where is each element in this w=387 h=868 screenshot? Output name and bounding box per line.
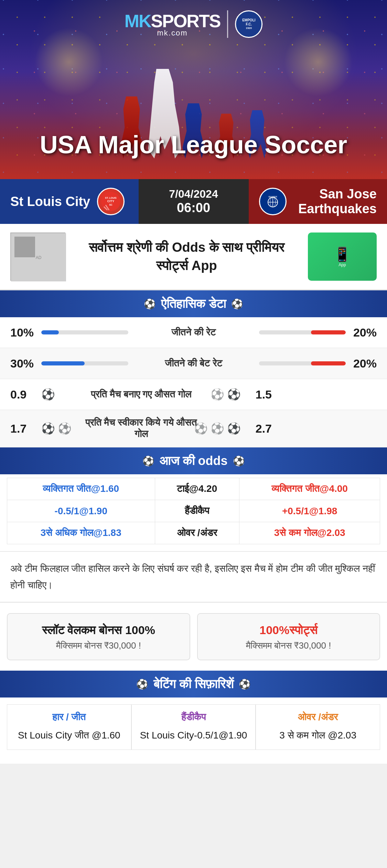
stat-left-value-3: 0.9 [10,388,41,401]
reco-card-handicap[interactable]: हैंडीकैप St Louis City-0.5/1@1.90 [131,704,256,750]
bonus-sports-title-text: 100%स्पोर्ट्स [259,623,318,637]
stat-row-bet-rate: 30% जीतने की बेट रेट 20% [0,348,387,379]
bonus-slots-subtitle: मैक्सिमम बोनस ₹30,000 ! [14,640,183,651]
stat-label-1: जीतने की रेट [135,327,252,338]
historical-data-section: ⚽ ऐतिहासिक डेटा ⚽ 10% जीतने की रेट 20% 3… [0,290,387,447]
ball-blue-3: ⚽ [58,422,72,435]
ball-icon-odds-right: ⚽ [233,455,245,467]
promo-placeholder-svg: AD [11,233,66,281]
odds-over[interactable]: 3से अधिक गोल@1.83 [7,522,155,544]
ball-blue-2: ⚽ [41,422,55,435]
svg-text:SC: SC [109,204,112,206]
stat-icons-right-3: ⚽ ⚽ [200,388,241,401]
stat-right-value-1: 20% [346,326,377,339]
stat-bar-left-2 [41,361,128,365]
odds-handicap-home[interactable]: -0.5/1@1.90 [7,500,155,522]
match-time: 06:00 [177,200,210,215]
odds-tie[interactable]: टाई@4.20 [155,478,239,500]
reco-card-3-value: 3 से कम गोल @2.03 [261,728,375,743]
stat-row-win-rate: 10% जीतने की रेट 20% [0,317,387,348]
bonus-slots-subtitle-text: मैक्सिमम बोनस ₹30,000 ! [56,640,141,651]
stat-left-value-1: 10% [10,326,41,339]
odds-row-1: व्यक्तिगत जीत@1.60 टाई@4.20 व्यक्तिगत जी… [7,478,380,500]
reco-card-win-loss[interactable]: हार / जीत St Louis City जीत @1.60 [7,704,131,750]
match-date: 7/04/2024 [169,188,218,200]
bonus-card-sports[interactable]: 100%स्पोर्ट्स मैक्सिमम बोनस ₹30,000 ! [197,613,380,660]
stat-bar-left-1 [41,330,128,334]
odds-section: ⚽ आज की odds ⚽ व्यक्तिगत जीत@1.60 टाई@4.… [0,447,387,551]
ball-red-faded-3: ⚽ [211,422,224,435]
home-team-logo: ST. LOUIS CITY SC [97,188,125,215]
brand-name: MKSPORTS [125,11,221,31]
stat-row-goals-scored: 0.9 ⚽ प्रति मैच बनाए गए औसत गोल ⚽ ⚽ 1.5 [0,379,387,410]
ball-red-faded-1: ⚽ [211,388,224,401]
stat-bar-right-1 [259,330,346,334]
stat-label-3: प्रति मैच बनाए गए औसत गोल [83,389,200,400]
stat-row-goals-conceded: 1.7 ⚽ ⚽ प्रति मैच स्वीकार किये गये औसत ग… [0,410,387,447]
stat-right-value-3: 1.5 [241,388,272,401]
header-banner: MKSPORTS mk.com EMPOLI F.C. 1920 USA Maj… [0,0,387,179]
stat-left-value-2: 30% [10,357,41,370]
home-team-section: St Louis City ST. LOUIS CITY SC [0,179,139,224]
ball-icon-odds-left: ⚽ [142,455,154,467]
sports-text: SPORTS [151,11,221,31]
ball-blue-1: ⚽ [41,388,55,401]
odds-home-win[interactable]: व्यक्तिगत जीत@1.60 [7,478,155,500]
promo-image-placeholder: AD [10,232,65,281]
ball-icon-left: ⚽ [144,298,156,310]
odds-row-3: 3से अधिक गोल@1.83 ओवर /अंडर 3से कम गोल@2… [7,522,380,544]
reco-card-1-title: हार / जीत [12,712,126,723]
reco-section-header: ⚽ बेटिंग की सिफ़ारिशें ⚽ [0,671,387,698]
bonus-card-slots[interactable]: स्लॉट वेलकम बोनस 100% मैक्सिमम बोनस ₹30,… [7,613,190,660]
odds-row-2: -0.5/1@1.90 हैंडीकैप +0.5/1@1.98 [7,500,380,522]
svg-text:ST. LOUIS: ST. LOUIS [105,197,117,199]
bonus-sports-subtitle: मैक्सिमम बोनस ₹30,000 ! [205,640,373,651]
away-team-logo: QUAKES [259,188,287,215]
svg-text:AD: AD [36,255,42,260]
match-info-bar: St Louis City ST. LOUIS CITY SC 7/04/202… [0,179,387,224]
bonus-sports-title: 100%स्पोर्ट्स [205,622,373,638]
light-right [284,28,353,96]
ball-icon-right: ⚽ [231,298,243,310]
reco-card-over-under[interactable]: ओवर /अंडर 3 से कम गोल @2.03 [256,704,380,750]
reco-card-2-title: हैंडीकैप [137,712,250,723]
match-center: 7/04/2024 06:00 [139,179,249,224]
league-title: USA Major League Soccer [0,131,387,158]
analysis-text: अवे टीम फिलहाल जीत हासिल करने के लिए संघ… [10,560,377,593]
odds-handicap-label: हैंडीकैप [155,500,239,522]
away-team-name: San Jose Earthquakes [293,187,377,216]
home-team-name: St Louis City [10,194,90,209]
stat-bar-fill-left-1 [41,330,59,334]
mk-logo-text-block: MKSPORTS mk.com [125,11,221,38]
bonus-slots-title: स्लॉट वेलकम बोनस 100% [14,622,183,638]
svg-text:CITY: CITY [107,199,115,203]
stat-right-value-4: 2.7 [241,422,272,435]
light-left [34,28,103,96]
odds-table: व्यक्तिगत जीत@1.60 टाई@4.20 व्यक्तिगत जी… [7,478,380,544]
stat-bar-fill-left-2 [41,361,85,365]
analysis-section: अवे टीम फिलहाल जीत हासिल करने के लिए संघ… [0,551,387,602]
brand-logo[interactable]: MKSPORTS mk.com EMPOLI F.C. 1920 [125,10,263,38]
sj-logo-svg: QUAKES [262,191,283,212]
league-title-area: USA Major League Soccer [0,131,387,158]
partner-year: 1920 [242,27,255,30]
bonus-sports-subtitle-text: मैक्सिमम बोनस ₹30,000 ! [246,640,331,651]
recommendations-section: ⚽ बेटिंग की सिफ़ारिशें ⚽ हार / जीत St Lo… [0,671,387,764]
away-team-section: QUAKES San Jose Earthquakes [249,179,387,224]
historical-section-header: ⚽ ऐतिहासिक डेटा ⚽ [0,290,387,317]
stat-icons-right-4: ⚽ ⚽ ⚽ [200,422,241,435]
odds-over-under-label: ओवर /अंडर [155,522,239,544]
ball-red-2: ⚽ [227,422,241,435]
bonus-section: स्लॉट वेलकम बोनस 100% मैक्सिमम बोनस ₹30,… [0,602,387,671]
odds-handicap-away[interactable]: +0.5/1@1.98 [239,500,380,522]
promo-app-image[interactable]: 📱 App [308,232,377,281]
odds-under[interactable]: 3से कम गोल@2.03 [239,522,380,544]
odds-away-win[interactable]: व्यक्तिगत जीत@4.00 [239,478,380,500]
promo-banner[interactable]: AD सर्वोत्तम श्रेणी की Odds के साथ प्रीम… [0,224,387,290]
historical-section-title: ऐतिहासिक डेटा [161,297,226,311]
stat-icons-left-4: ⚽ ⚽ [41,422,83,435]
reco-section-title: बेटिंग की सिफ़ारिशें [153,677,234,691]
stat-label-4: प्रति मैच स्वीकार किये गये औसत गोल [83,417,200,440]
ball-red-faded-2: ⚽ [194,422,208,435]
stat-bar-fill-right-1 [311,330,346,334]
